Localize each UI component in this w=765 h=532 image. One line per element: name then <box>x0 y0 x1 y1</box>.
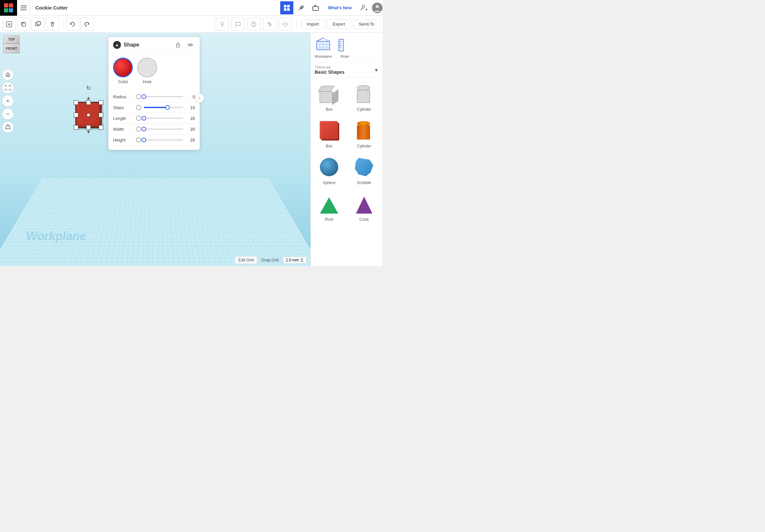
shovel-button[interactable] <box>295 1 308 14</box>
ruler-tool-label: Ruler <box>341 54 349 58</box>
3d-object[interactable]: ↻ ▲ ▼ <box>75 92 102 121</box>
shape-item-scribble[interactable]: Scribble <box>347 152 382 188</box>
svg-rect-15 <box>37 22 40 25</box>
comment-button[interactable] <box>232 18 245 31</box>
toolbar-right: Import Export Send To <box>216 18 380 31</box>
briefcase-button[interactable] <box>309 1 322 14</box>
left-controls <box>2 69 14 133</box>
handle-tr[interactable] <box>99 100 103 105</box>
hole-label: Hole <box>143 79 152 84</box>
view-cube[interactable]: TOP FRONT <box>3 35 30 65</box>
perspective-button[interactable] <box>2 121 14 133</box>
library-dropdown-arrow[interactable]: ▼ <box>374 68 379 73</box>
width-slider[interactable] <box>144 129 183 130</box>
handle-bl[interactable] <box>74 125 78 130</box>
toolbar-separator2 <box>296 19 297 29</box>
shapes-library: Tinkercad Basic Shapes ▼ Box <box>311 63 382 226</box>
width-circle[interactable] <box>136 127 141 132</box>
import-button[interactable]: Import <box>301 19 325 29</box>
radius-slider[interactable] <box>144 96 183 97</box>
panel-collapse-arrow[interactable]: › <box>195 93 204 103</box>
shapes-library-header[interactable]: Tinkercad Basic Shapes ▼ <box>311 63 382 78</box>
svg-rect-4 <box>313 7 319 10</box>
solid-type[interactable]: Solid <box>113 58 133 84</box>
svg-rect-21 <box>270 24 271 26</box>
shape-hint-button[interactable] <box>247 18 260 31</box>
steps-circle[interactable] <box>136 105 141 110</box>
nav-right: What's New <box>280 1 382 14</box>
cone-label: Cone <box>359 217 369 222</box>
add-user-button[interactable] <box>358 1 371 14</box>
shape-item-sphere[interactable]: Sphere <box>312 152 347 188</box>
ruler-tool[interactable]: Ruler <box>337 37 353 58</box>
lock-icon[interactable] <box>173 40 183 50</box>
workplane-tool[interactable]: Workplane <box>315 37 332 58</box>
view-cube-front[interactable]: FRONT <box>3 44 20 53</box>
fit-view-button[interactable] <box>2 82 14 94</box>
up-arrow[interactable]: ▲ <box>86 95 91 101</box>
home-view-button[interactable] <box>2 69 14 81</box>
edit-grid-button[interactable]: Edit Grid <box>235 256 257 264</box>
length-slider[interactable] <box>144 118 183 119</box>
handle-center[interactable] <box>87 113 90 117</box>
menu-icon[interactable] <box>17 0 30 16</box>
radius-circle[interactable] <box>136 94 141 99</box>
tinkercad-logo[interactable] <box>0 0 17 16</box>
delete-button[interactable] <box>46 18 59 31</box>
shape-item-roof[interactable]: Roof <box>312 189 347 225</box>
shape-panel: ▲ Shape <box>108 37 200 150</box>
new-object-button[interactable] <box>3 18 16 31</box>
zoom-in-button[interactable] <box>2 95 14 107</box>
snap-grid-value[interactable]: 1.0 mm <box>283 256 307 264</box>
height-slider[interactable] <box>144 139 183 140</box>
rotate-arrow-top[interactable]: ↻ <box>86 85 91 92</box>
steps-label: Steps <box>113 105 136 110</box>
shape-item-cone[interactable]: Cone <box>347 189 382 225</box>
shape-item-box-red[interactable]: Box <box>312 116 347 152</box>
whats-new-button[interactable]: What's New <box>324 1 356 14</box>
svg-rect-2 <box>284 8 287 11</box>
height-circle[interactable] <box>136 137 141 142</box>
handle-tl[interactable] <box>74 100 78 105</box>
svg-point-5 <box>362 5 365 8</box>
box-ghost-label: Box <box>326 107 333 112</box>
down-arrow[interactable]: ▼ <box>86 129 91 134</box>
visible-icon[interactable] <box>186 40 195 50</box>
toolbar-separator <box>62 19 63 29</box>
cyl-orange-label: Cylinder <box>357 144 372 148</box>
steps-value: 10 <box>186 105 195 110</box>
grid-view-button[interactable] <box>280 1 293 14</box>
light-bulb-button[interactable] <box>216 18 229 31</box>
shape-item-box-ghost[interactable]: Box <box>312 79 347 115</box>
radius-value: 0 <box>186 94 195 99</box>
zoom-out-button[interactable] <box>2 108 14 120</box>
handle-mt[interactable] <box>86 100 91 105</box>
handle-ml[interactable] <box>74 113 78 117</box>
object-body[interactable] <box>75 102 102 128</box>
send-to-button[interactable]: Send To <box>353 19 380 29</box>
shape-item-cyl-ghost[interactable]: Cylinder <box>347 79 382 115</box>
mirror-button[interactable] <box>279 18 292 31</box>
handle-br[interactable] <box>99 125 103 130</box>
align-button[interactable] <box>263 18 276 31</box>
shape-panel-toggle[interactable]: ▲ <box>113 41 121 49</box>
handle-mr[interactable] <box>99 113 103 117</box>
shape-panel-title: Shape <box>124 42 173 48</box>
view-cube-top[interactable]: TOP <box>3 35 20 44</box>
user-avatar[interactable] <box>372 3 382 13</box>
viewport[interactable]: TOP FRONT <box>0 33 311 266</box>
undo-button[interactable] <box>66 18 79 31</box>
duplicate-button[interactable] <box>31 18 45 31</box>
shape-item-cyl-orange[interactable]: Cylinder <box>347 116 382 152</box>
svg-rect-1 <box>287 5 290 8</box>
copy-button[interactable] <box>17 18 30 31</box>
scribble-label: Scribble <box>357 180 371 185</box>
steps-slider[interactable] <box>144 107 183 108</box>
export-button[interactable]: Export <box>327 19 351 29</box>
length-circle[interactable] <box>136 116 141 121</box>
solid-label: Solid <box>118 79 128 84</box>
redo-button[interactable] <box>80 18 93 31</box>
project-name: Cookie Cutter <box>30 5 280 10</box>
hole-type[interactable]: Hole <box>137 58 157 84</box>
handle-mb[interactable] <box>86 125 91 130</box>
